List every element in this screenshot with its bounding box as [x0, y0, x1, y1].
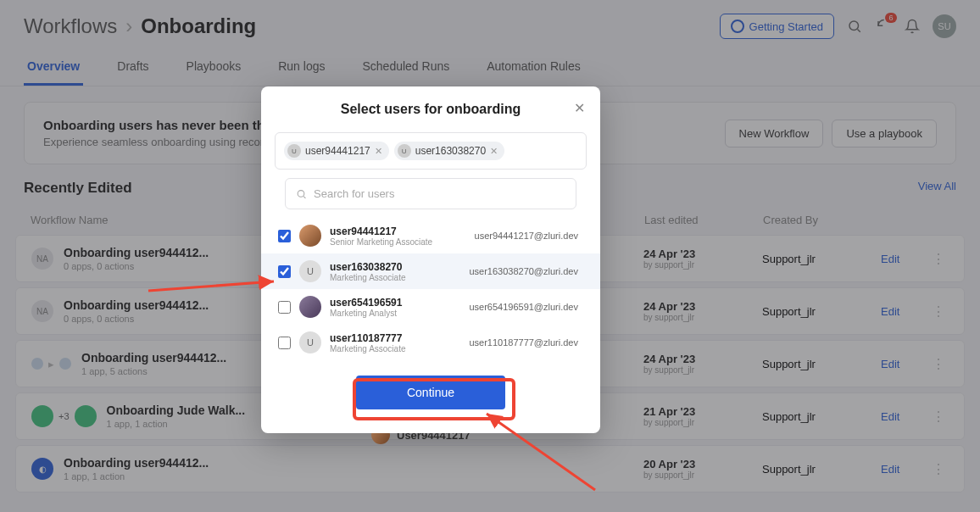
user-row[interactable]: user94441217Senior Marketing Associate u…	[261, 218, 600, 253]
search-icon	[296, 188, 307, 200]
user-checkbox[interactable]	[278, 301, 291, 314]
user-row[interactable]: user654196591Marketing Analyst user65419…	[261, 289, 600, 325]
chip-avatar: U	[398, 144, 411, 158]
chip-remove-icon[interactable]: ✕	[490, 146, 498, 157]
user-checkbox[interactable]	[278, 265, 291, 278]
chip-avatar: U	[287, 144, 301, 158]
user-chip: U user94441217 ✕	[284, 142, 389, 160]
svg-point-2	[298, 190, 304, 197]
user-checkbox[interactable]	[278, 337, 291, 349]
modal-title: Select users for onboarding	[278, 102, 583, 117]
select-users-modal: Select users for onboarding ✕ U user9444…	[261, 86, 600, 433]
close-icon[interactable]: ✕	[574, 100, 585, 116]
user-row[interactable]: U user110187777Marketing Associate user1…	[261, 325, 600, 360]
selected-users-box: U user94441217 ✕ U user163038270 ✕	[275, 132, 587, 170]
user-avatar-icon: U	[299, 260, 321, 282]
svg-line-3	[303, 196, 305, 198]
user-list: user94441217Senior Marketing Associate u…	[261, 218, 600, 360]
chip-label: user94441217	[305, 145, 370, 157]
user-avatar-icon: U	[299, 331, 321, 353]
user-chip: U user163038270 ✕	[394, 142, 504, 160]
search-input[interactable]	[314, 187, 565, 200]
user-checkbox[interactable]	[278, 230, 291, 242]
chip-label: user163038270	[415, 145, 486, 157]
user-avatar-icon	[299, 296, 321, 318]
continue-button[interactable]: Continue	[356, 376, 505, 409]
user-row[interactable]: U user163038270Marketing Associate user1…	[261, 253, 600, 289]
user-avatar-icon	[299, 225, 321, 247]
user-search-box[interactable]	[285, 178, 576, 209]
chip-remove-icon[interactable]: ✕	[375, 146, 382, 157]
